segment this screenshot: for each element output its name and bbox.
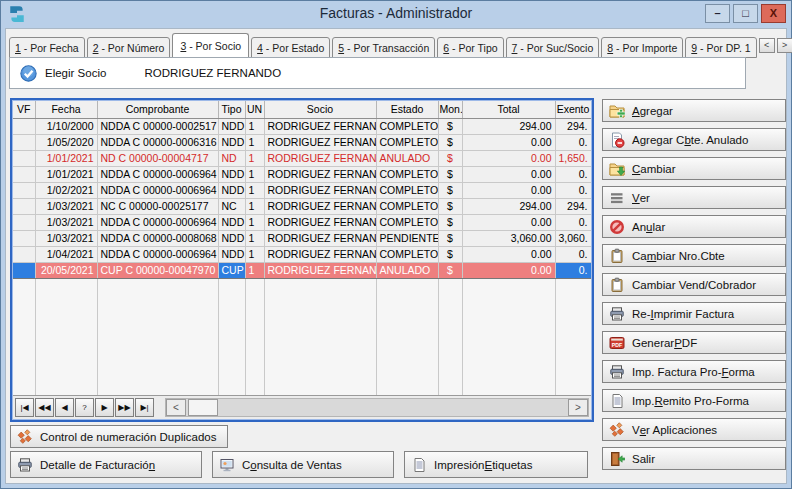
- invoice-grid[interactable]: VFFechaComprobanteTipoUNSocioEstadoMon.T…: [10, 98, 594, 422]
- table-row[interactable]: 1/05/2020NDDA C 00000-0006316NDD1RODRIGU…: [13, 134, 591, 150]
- cell-comprobante[interactable]: NC C 00000-00025177: [97, 198, 218, 214]
- cell-vf[interactable]: [13, 182, 35, 198]
- agregar-button[interactable]: Agregar: [602, 99, 786, 122]
- cell-socio[interactable]: RODRIGUEZ FERNAND: [264, 230, 376, 246]
- cell-tipo[interactable]: NDD: [218, 230, 245, 246]
- cell-comprobante[interactable]: NDDA C 00000-0008068: [97, 230, 218, 246]
- cell-un[interactable]: 1: [245, 246, 264, 262]
- cell-un[interactable]: 1: [245, 198, 264, 214]
- scroll-right-arrow[interactable]: >: [568, 399, 588, 416]
- consulta-ventas-button[interactable]: Consulta de Ventas: [212, 451, 394, 478]
- agregar-cbte-anulado-button[interactable]: Agregar Cbte. Anulado: [602, 128, 786, 151]
- cell-un[interactable]: 1: [245, 262, 264, 278]
- cell-comprobante[interactable]: NDDA C 00000-0006964: [97, 214, 218, 230]
- maximize-button[interactable]: □: [733, 4, 758, 23]
- cell-comprobante[interactable]: ND C 00000-00004717: [97, 150, 218, 166]
- nav-prior-button[interactable]: ◀: [55, 398, 74, 417]
- cell-exento[interactable]: 0.: [555, 246, 591, 262]
- cell-fecha[interactable]: 1/03/2021: [35, 214, 97, 230]
- cell-socio[interactable]: RODRIGUEZ FERNAND: [264, 262, 376, 278]
- cell-mon[interactable]: $: [438, 230, 462, 246]
- table-row[interactable]: 20/05/2021CUP C 00000-00047970CUP1RODRIG…: [13, 262, 591, 278]
- tab-7[interactable]: 7 - Por Suc/Socio: [506, 37, 600, 58]
- cell-tipo[interactable]: CUP: [218, 262, 245, 278]
- cell-total[interactable]: 0.00: [462, 150, 555, 166]
- cell-estado[interactable]: ANULADO: [376, 262, 438, 278]
- minimize-button[interactable]: –: [705, 4, 730, 23]
- table-row[interactable]: 1/03/2021NDDA C 00000-0006964NDD1RODRIGU…: [13, 214, 591, 230]
- cell-exento[interactable]: 0.: [555, 214, 591, 230]
- tab-9[interactable]: 9 - Por DP. 1: [685, 37, 756, 58]
- table-row[interactable]: 1/01/2021NDDA C 00000-0006964NDD1RODRIGU…: [13, 166, 591, 182]
- cell-mon[interactable]: $: [438, 118, 462, 134]
- cell-fecha[interactable]: 1/10/2000: [35, 118, 97, 134]
- cell-vf[interactable]: [13, 230, 35, 246]
- nav-last-button[interactable]: ▶|: [135, 398, 154, 417]
- cell-vf[interactable]: [13, 262, 35, 278]
- cell-vf[interactable]: [13, 134, 35, 150]
- cell-total[interactable]: 0.00: [462, 246, 555, 262]
- cell-total[interactable]: 3,060.00: [462, 230, 555, 246]
- cell-exento[interactable]: 0.: [555, 182, 591, 198]
- table-row[interactable]: 1/01/2021ND C 00000-00004717ND1RODRIGUEZ…: [13, 150, 591, 166]
- anular-button[interactable]: Anular: [602, 215, 786, 238]
- cell-fecha[interactable]: 1/01/2021: [35, 166, 97, 182]
- cambiar-nro-cbte-button[interactable]: Cambiar Nro.Cbte: [602, 244, 786, 267]
- cell-mon[interactable]: $: [438, 214, 462, 230]
- cell-estado[interactable]: COMPLETO: [376, 198, 438, 214]
- cell-comprobante[interactable]: NDDA C 00000-0006964: [97, 166, 218, 182]
- cell-mon[interactable]: $: [438, 198, 462, 214]
- cell-tipo[interactable]: NDD: [218, 214, 245, 230]
- cambiar-button[interactable]: Cambiar: [602, 157, 786, 180]
- cell-estado[interactable]: COMPLETO: [376, 118, 438, 134]
- cell-exento[interactable]: 0.: [555, 262, 591, 278]
- cell-comprobante[interactable]: NDDA C 00000-0006964: [97, 182, 218, 198]
- tab-scroll-right-button[interactable]: >: [777, 38, 792, 53]
- cell-tipo[interactable]: NC: [218, 198, 245, 214]
- generar-pdf-button[interactable]: PDFGenerar PDF: [602, 331, 786, 354]
- cell-mon[interactable]: $: [438, 182, 462, 198]
- cell-fecha[interactable]: 1/02/2021: [35, 182, 97, 198]
- cell-un[interactable]: 1: [245, 166, 264, 182]
- tab-scroll-left-button[interactable]: <: [759, 38, 775, 53]
- cell-vf[interactable]: [13, 246, 35, 262]
- cell-mon[interactable]: $: [438, 134, 462, 150]
- cell-un[interactable]: 1: [245, 134, 264, 150]
- cell-comprobante[interactable]: NDDA C 00000-0002517: [97, 118, 218, 134]
- nav-first-button[interactable]: |◀: [15, 398, 34, 417]
- cell-total[interactable]: 0.00: [462, 214, 555, 230]
- column-header[interactable]: Mon.: [438, 101, 462, 118]
- control-numeracion-duplicados-button[interactable]: Control de numeración Duplicados: [10, 425, 228, 448]
- cell-socio[interactable]: RODRIGUEZ FERNAND: [264, 118, 376, 134]
- scrollbar-thumb[interactable]: [188, 399, 218, 416]
- cell-tipo[interactable]: ND: [218, 150, 245, 166]
- column-header[interactable]: Comprobante: [97, 101, 218, 118]
- close-button[interactable]: X: [761, 4, 786, 23]
- cell-exento[interactable]: 0.: [555, 166, 591, 182]
- cell-estado[interactable]: COMPLETO: [376, 182, 438, 198]
- cell-fecha[interactable]: 1/05/2020: [35, 134, 97, 150]
- cell-vf[interactable]: [13, 118, 35, 134]
- nav-next-button[interactable]: ▶: [95, 398, 114, 417]
- cell-estado[interactable]: PENDIENTE: [376, 230, 438, 246]
- re-imprimir-factura-button[interactable]: Re-Imprimir Factura: [602, 302, 786, 325]
- horizontal-scrollbar[interactable]: < >: [165, 398, 589, 417]
- cell-total[interactable]: 294.00: [462, 198, 555, 214]
- salir-button[interactable]: Salir: [602, 447, 786, 470]
- tab-3[interactable]: 3 - Por Socio: [172, 33, 249, 58]
- table-row[interactable]: 1/03/2021NC C 00000-00025177NC1RODRIGUEZ…: [13, 198, 591, 214]
- cell-tipo[interactable]: NDD: [218, 134, 245, 150]
- cell-fecha[interactable]: 20/05/2021: [35, 262, 97, 278]
- tab-6[interactable]: 6 - Por Tipo: [437, 37, 503, 58]
- nav-prior-page-button[interactable]: ◀◀: [35, 398, 54, 417]
- tab-4[interactable]: 4 - Por Estado: [251, 37, 330, 58]
- cell-fecha[interactable]: 1/03/2021: [35, 198, 97, 214]
- cell-total[interactable]: 294.00: [462, 118, 555, 134]
- cell-total[interactable]: 0.00: [462, 182, 555, 198]
- cell-socio[interactable]: RODRIGUEZ FERNAND: [264, 198, 376, 214]
- column-header[interactable]: Exento: [555, 101, 591, 118]
- table-row[interactable]: 1/04/2021NDDA C 00000-0006964NDD1RODRIGU…: [13, 246, 591, 262]
- nav-next-page-button[interactable]: ▶▶: [115, 398, 134, 417]
- cell-vf[interactable]: [13, 198, 35, 214]
- imp-remito-pro-forma-button[interactable]: Imp. Remito Pro-Forma: [602, 389, 786, 412]
